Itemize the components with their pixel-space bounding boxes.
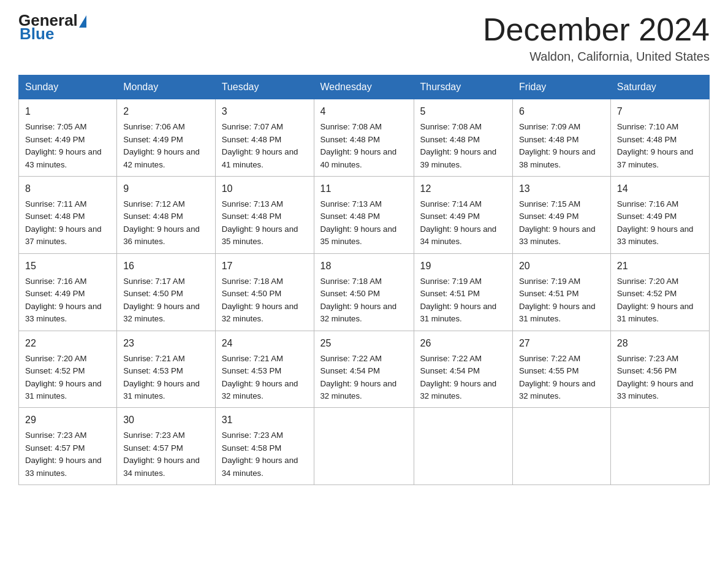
day-number: 8 <box>25 182 110 196</box>
calendar-day-cell: 10Sunrise: 7:13 AMSunset: 4:48 PMDayligh… <box>215 177 314 254</box>
day-number: 19 <box>420 259 506 274</box>
day-info: Sunrise: 7:07 AMSunset: 4:48 PMDaylight:… <box>222 121 308 171</box>
day-info: Sunrise: 7:08 AMSunset: 4:48 PMDaylight:… <box>320 121 408 171</box>
logo-blue-text: Blue <box>20 26 86 42</box>
day-info: Sunrise: 7:14 AMSunset: 4:49 PMDaylight:… <box>420 198 506 248</box>
day-info: Sunrise: 7:19 AMSunset: 4:51 PMDaylight:… <box>420 275 506 326</box>
calendar-day-cell: 25Sunrise: 7:22 AMSunset: 4:54 PMDayligh… <box>314 331 414 408</box>
day-info: Sunrise: 7:17 AMSunset: 4:50 PMDaylight:… <box>123 275 208 326</box>
day-number: 21 <box>617 259 703 274</box>
day-number: 15 <box>25 259 110 274</box>
calendar-day-cell: 13Sunrise: 7:15 AMSunset: 4:49 PMDayligh… <box>512 177 610 254</box>
calendar-day-cell: 29Sunrise: 7:23 AMSunset: 4:57 PMDayligh… <box>19 408 117 485</box>
calendar-day-cell: 18Sunrise: 7:18 AMSunset: 4:50 PMDayligh… <box>314 253 414 331</box>
calendar-day-cell: 20Sunrise: 7:19 AMSunset: 4:51 PMDayligh… <box>512 253 610 331</box>
day-info: Sunrise: 7:20 AMSunset: 4:52 PMDaylight:… <box>617 275 703 326</box>
calendar-day-cell: 4Sunrise: 7:08 AMSunset: 4:48 PMDaylight… <box>314 99 414 177</box>
calendar-day-cell: 23Sunrise: 7:21 AMSunset: 4:53 PMDayligh… <box>117 331 215 408</box>
day-info: Sunrise: 7:22 AMSunset: 4:54 PMDaylight:… <box>320 353 408 403</box>
day-info: Sunrise: 7:22 AMSunset: 4:54 PMDaylight:… <box>420 353 506 403</box>
day-number: 4 <box>320 104 408 119</box>
day-of-week-header: Monday <box>117 75 215 99</box>
day-info: Sunrise: 7:06 AMSunset: 4:49 PMDaylight:… <box>123 121 208 171</box>
calendar-day-cell: 11Sunrise: 7:13 AMSunset: 4:48 PMDayligh… <box>314 177 414 254</box>
calendar-day-cell: 2Sunrise: 7:06 AMSunset: 4:49 PMDaylight… <box>117 99 215 177</box>
calendar-header-row: SundayMondayTuesdayWednesdayThursdayFrid… <box>19 75 710 99</box>
day-number: 23 <box>123 336 208 351</box>
calendar-week-row: 15Sunrise: 7:16 AMSunset: 4:49 PMDayligh… <box>19 253 710 331</box>
day-of-week-header: Wednesday <box>314 75 414 99</box>
day-of-week-header: Saturday <box>610 75 709 99</box>
day-info: Sunrise: 7:21 AMSunset: 4:53 PMDaylight:… <box>222 353 308 403</box>
day-info: Sunrise: 7:19 AMSunset: 4:51 PMDaylight:… <box>519 275 604 326</box>
calendar-day-cell: 6Sunrise: 7:09 AMSunset: 4:48 PMDaylight… <box>512 99 610 177</box>
day-number: 3 <box>222 104 308 119</box>
calendar-day-cell: 17Sunrise: 7:18 AMSunset: 4:50 PMDayligh… <box>215 253 314 331</box>
calendar-week-row: 8Sunrise: 7:11 AMSunset: 4:48 PMDaylight… <box>19 177 710 254</box>
location-subtitle: Waldon, California, United States <box>483 50 710 64</box>
calendar-day-cell: 30Sunrise: 7:23 AMSunset: 4:57 PMDayligh… <box>117 408 215 485</box>
day-info: Sunrise: 7:18 AMSunset: 4:50 PMDaylight:… <box>222 275 308 326</box>
day-number: 1 <box>25 104 110 119</box>
day-number: 12 <box>420 182 506 196</box>
day-of-week-header: Friday <box>512 75 610 99</box>
calendar-day-cell: 5Sunrise: 7:08 AMSunset: 4:48 PMDaylight… <box>414 99 512 177</box>
day-number: 22 <box>25 336 110 351</box>
day-number: 28 <box>617 336 703 351</box>
day-info: Sunrise: 7:22 AMSunset: 4:55 PMDaylight:… <box>519 353 604 403</box>
day-number: 18 <box>320 259 408 274</box>
calendar-table: SundayMondayTuesdayWednesdayThursdayFrid… <box>18 75 710 485</box>
day-number: 30 <box>123 413 208 427</box>
page-header: General Blue December 2024 Waldon, Calif… <box>18 12 710 64</box>
day-info: Sunrise: 7:23 AMSunset: 4:58 PMDaylight:… <box>222 429 308 480</box>
day-of-week-header: Thursday <box>414 75 512 99</box>
day-number: 20 <box>519 259 604 274</box>
calendar-day-cell: 28Sunrise: 7:23 AMSunset: 4:56 PMDayligh… <box>610 331 709 408</box>
day-number: 24 <box>222 336 308 351</box>
calendar-week-row: 29Sunrise: 7:23 AMSunset: 4:57 PMDayligh… <box>19 408 710 485</box>
day-info: Sunrise: 7:12 AMSunset: 4:48 PMDaylight:… <box>123 198 208 248</box>
calendar-day-cell: 16Sunrise: 7:17 AMSunset: 4:50 PMDayligh… <box>117 253 215 331</box>
calendar-day-cell: 27Sunrise: 7:22 AMSunset: 4:55 PMDayligh… <box>512 331 610 408</box>
day-info: Sunrise: 7:16 AMSunset: 4:49 PMDaylight:… <box>617 198 703 248</box>
calendar-day-cell: 12Sunrise: 7:14 AMSunset: 4:49 PMDayligh… <box>414 177 512 254</box>
calendar-day-cell: 1Sunrise: 7:05 AMSunset: 4:49 PMDaylight… <box>19 99 117 177</box>
day-info: Sunrise: 7:11 AMSunset: 4:48 PMDaylight:… <box>25 198 110 248</box>
calendar-day-cell: 7Sunrise: 7:10 AMSunset: 4:48 PMDaylight… <box>610 99 709 177</box>
day-number: 9 <box>123 182 208 196</box>
day-of-week-header: Tuesday <box>215 75 314 99</box>
day-number: 27 <box>519 336 604 351</box>
calendar-day-cell <box>314 408 414 485</box>
calendar-day-cell: 26Sunrise: 7:22 AMSunset: 4:54 PMDayligh… <box>414 331 512 408</box>
day-number: 13 <box>519 182 604 196</box>
calendar-day-cell <box>414 408 512 485</box>
calendar-day-cell: 31Sunrise: 7:23 AMSunset: 4:58 PMDayligh… <box>215 408 314 485</box>
day-number: 5 <box>420 104 506 119</box>
day-number: 29 <box>25 413 110 427</box>
day-number: 11 <box>320 182 408 196</box>
calendar-day-cell <box>512 408 610 485</box>
calendar-day-cell: 19Sunrise: 7:19 AMSunset: 4:51 PMDayligh… <box>414 253 512 331</box>
day-number: 17 <box>222 259 308 274</box>
day-of-week-header: Sunday <box>19 75 117 99</box>
day-number: 2 <box>123 104 208 119</box>
logo-triangle-icon <box>79 15 86 28</box>
day-number: 14 <box>617 182 703 196</box>
day-number: 25 <box>320 336 408 351</box>
title-area: December 2024 Waldon, California, United… <box>483 12 710 64</box>
day-number: 16 <box>123 259 208 274</box>
logo: General Blue <box>18 12 86 42</box>
day-info: Sunrise: 7:15 AMSunset: 4:49 PMDaylight:… <box>519 198 604 248</box>
day-info: Sunrise: 7:13 AMSunset: 4:48 PMDaylight:… <box>320 198 408 248</box>
day-info: Sunrise: 7:10 AMSunset: 4:48 PMDaylight:… <box>617 121 703 171</box>
calendar-day-cell: 8Sunrise: 7:11 AMSunset: 4:48 PMDaylight… <box>19 177 117 254</box>
day-info: Sunrise: 7:21 AMSunset: 4:53 PMDaylight:… <box>123 353 208 403</box>
calendar-day-cell <box>610 408 709 485</box>
day-number: 6 <box>519 104 604 119</box>
day-info: Sunrise: 7:23 AMSunset: 4:56 PMDaylight:… <box>617 353 703 403</box>
calendar-day-cell: 15Sunrise: 7:16 AMSunset: 4:49 PMDayligh… <box>19 253 117 331</box>
calendar-day-cell: 3Sunrise: 7:07 AMSunset: 4:48 PMDaylight… <box>215 99 314 177</box>
day-info: Sunrise: 7:20 AMSunset: 4:52 PMDaylight:… <box>25 353 110 403</box>
day-number: 26 <box>420 336 506 351</box>
calendar-week-row: 22Sunrise: 7:20 AMSunset: 4:52 PMDayligh… <box>19 331 710 408</box>
